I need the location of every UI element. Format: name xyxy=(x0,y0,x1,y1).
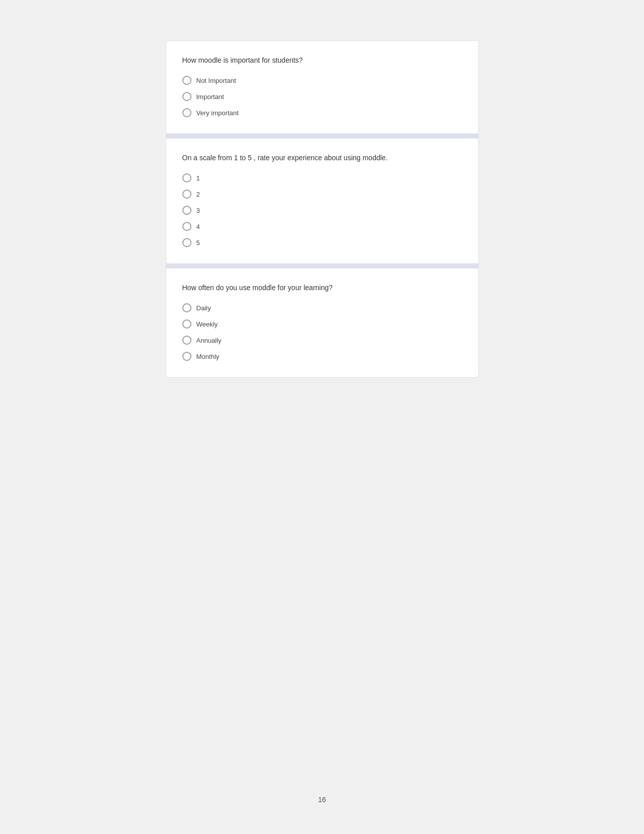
option-item-q2o1[interactable]: 1 xyxy=(182,173,462,182)
option-item-q3o3[interactable]: Annually xyxy=(182,336,462,345)
option-label-q3o1: Daily xyxy=(196,304,211,312)
option-item-q2o2[interactable]: 2 xyxy=(182,190,462,199)
radio-q2o2[interactable] xyxy=(182,190,191,199)
options-list-1: Not Important Important Very important xyxy=(182,76,462,117)
option-label-q3o3: Annually xyxy=(196,337,222,344)
question-text-3: How often do you use moddle for your lea… xyxy=(182,283,462,293)
radio-q1o1[interactable] xyxy=(182,76,191,85)
option-item-q1o1[interactable]: Not Important xyxy=(182,76,462,85)
option-item-q3o2[interactable]: Weekly xyxy=(182,319,462,329)
radio-q2o3[interactable] xyxy=(182,206,191,215)
option-label-q2o1: 1 xyxy=(196,174,200,182)
option-label-q2o5: 5 xyxy=(196,239,200,247)
option-label-q3o2: Weekly xyxy=(196,320,218,328)
radio-q1o3[interactable] xyxy=(182,108,191,117)
page-number: 16 xyxy=(0,765,644,804)
radio-q2o5[interactable] xyxy=(182,238,191,247)
radio-q3o4[interactable] xyxy=(182,352,191,361)
option-label-q3o4: Monthly xyxy=(196,353,220,360)
question-text-2: On a scale from 1 to 5 , rate your exper… xyxy=(182,153,462,163)
option-label-q1o2: Important xyxy=(196,93,224,101)
option-label-q1o3: Very important xyxy=(196,109,239,117)
radio-q3o2[interactable] xyxy=(182,319,191,329)
radio-q3o3[interactable] xyxy=(182,336,191,345)
option-item-q2o3[interactable]: 3 xyxy=(182,206,462,215)
option-item-q1o2[interactable]: Important xyxy=(182,92,462,101)
option-item-q2o4[interactable]: 4 xyxy=(182,222,462,231)
question-text-1: How moodle is important for students? xyxy=(182,55,462,66)
question-card-2: On a scale from 1 to 5 , rate your exper… xyxy=(166,138,479,264)
divider-2 xyxy=(166,264,479,268)
option-item-q2o5[interactable]: 5 xyxy=(182,238,462,247)
survey-container: How moodle is important for students? No… xyxy=(166,40,479,378)
option-label-q1o1: Not Important xyxy=(196,77,236,84)
option-item-q3o1[interactable]: Daily xyxy=(182,303,462,312)
option-label-q2o3: 3 xyxy=(196,207,200,214)
radio-q2o4[interactable] xyxy=(182,222,191,231)
option-label-q2o2: 2 xyxy=(196,191,200,198)
radio-q1o2[interactable] xyxy=(182,92,191,101)
radio-q3o1[interactable] xyxy=(182,303,191,312)
radio-q2o1[interactable] xyxy=(182,173,191,182)
options-list-2: 1 2 3 4 5 xyxy=(182,173,462,247)
question-card-1: How moodle is important for students? No… xyxy=(166,40,479,134)
option-label-q2o4: 4 xyxy=(196,223,200,230)
question-card-3: How often do you use moddle for your lea… xyxy=(166,268,479,378)
option-item-q1o3[interactable]: Very important xyxy=(182,108,462,117)
divider-1 xyxy=(166,134,479,138)
options-list-3: Daily Weekly Annually Monthly xyxy=(182,303,462,361)
option-item-q3o4[interactable]: Monthly xyxy=(182,352,462,361)
